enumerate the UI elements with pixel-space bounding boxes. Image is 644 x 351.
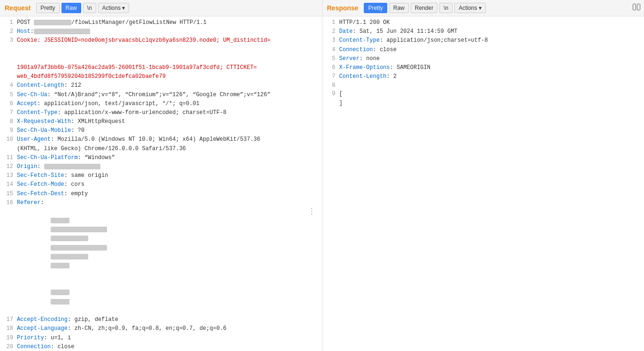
request-line-5: 5 Sec-Ch-Ua: “Not/A)Brand”;v=“8”, “Chrom… xyxy=(3,91,319,99)
blurred-referer-1 xyxy=(51,218,69,223)
response-raw-btn[interactable]: Raw xyxy=(389,3,409,13)
response-actions-btn[interactable]: Actions ▾ xyxy=(454,3,485,13)
request-line-13: 13 Sec-Fetch-Site: same origin xyxy=(3,171,319,180)
response-content: 1 HTTP/1.1 200 OK 2 Date: Sat, 15 Jun 20… xyxy=(322,16,644,351)
request-line-2: 2 Host: xyxy=(3,27,319,36)
response-panel: Response Pretty Raw Render \n Actions ▾ … xyxy=(322,0,644,351)
request-line-10: 10 User-Agent: Mozilla/5.0 (Windows NT 1… xyxy=(3,135,319,144)
request-line-12: 12 Origin: xyxy=(3,162,319,171)
response-line-2: 2 Date: Sat, 15 Jun 2024 11:14:59 GMT xyxy=(325,27,642,36)
request-line-15: 15 Sec-Fetch-Dest: empty xyxy=(3,190,319,198)
request-line-4: 4 Content-Length: 212 xyxy=(3,81,319,90)
blurred-host-2 xyxy=(34,29,90,34)
chevron-down-icon: ▾ xyxy=(122,5,125,11)
request-actions-btn[interactable]: Actions ▾ xyxy=(98,3,129,13)
request-line-7: 7 Content-Type: application/x-www-form-u… xyxy=(3,108,319,117)
request-line-10b: (KHTML, like Gecko) Chrome/126.0.0.0 Saf… xyxy=(3,145,319,153)
response-line-6: 6 X-Frame-Options: SAMEORIGIN xyxy=(325,63,642,72)
request-title: Request xyxy=(5,3,34,13)
response-actions-label: Actions xyxy=(459,5,477,11)
response-line-5: 5 Server: none xyxy=(325,54,642,63)
response-line-4: 4 Connection: close xyxy=(325,46,642,54)
request-line-16b: ⋮ xyxy=(3,207,319,280)
request-pretty-btn[interactable]: Pretty xyxy=(36,3,59,13)
response-line-1: 1 HTTP/1.1 200 OK xyxy=(325,18,642,27)
blurred-referer-3 xyxy=(51,236,88,241)
response-render-btn[interactable]: Render xyxy=(411,3,437,13)
blurred-referer-6 xyxy=(51,263,69,268)
request-line-16c xyxy=(3,279,319,315)
request-line-3b: 1901a97af3bb6b-075a426ac2da95-26001f51-1… xyxy=(3,63,319,72)
svg-rect-1 xyxy=(637,4,640,10)
layout-icon[interactable] xyxy=(633,4,640,12)
response-line-10: ] xyxy=(325,99,642,108)
response-pretty-btn[interactable]: Pretty xyxy=(364,3,387,13)
request-line-11: 11 Sec-Ch-Ua-Platform: “Windows” xyxy=(3,153,319,162)
request-content: 1 POST /flowListManager/getFlowListNew H… xyxy=(0,16,322,351)
response-header: Response Pretty Raw Render \n Actions ▾ xyxy=(322,0,644,16)
response-n-btn[interactable]: \n xyxy=(439,3,452,13)
request-line-3: 3 Cookie: JSESSIONID=node0omjsbrvaacsbLc… xyxy=(3,36,319,63)
response-line-3: 3 Content-Type: application/json;charset… xyxy=(325,36,642,45)
response-line-8: 8 xyxy=(325,81,642,90)
response-line-7: 7 Content-Length: 2 xyxy=(325,72,642,81)
response-chevron-down-icon: ▾ xyxy=(479,5,482,11)
blurred-referer-2 xyxy=(51,227,107,232)
request-raw-btn[interactable]: Raw xyxy=(61,3,81,13)
request-line-20: 20 Connection: close xyxy=(3,343,319,351)
blurred-referer-8 xyxy=(51,299,69,305)
request-line-19: 19 Priority: u=1, i xyxy=(3,334,319,343)
request-n-btn[interactable]: \n xyxy=(83,3,96,13)
context-menu-dots[interactable]: ⋮ xyxy=(308,208,315,216)
request-header: Request Pretty Raw \n Actions ▾ xyxy=(0,0,322,16)
actions-label: Actions xyxy=(102,5,121,11)
request-line-3c: web_4bdfd8f57959204b185299f0c1defca02bae… xyxy=(3,72,319,81)
request-line-8: 8 X-Requested-With: XMLHttpRequest xyxy=(3,117,319,126)
request-line-17: 17 Accept-Encoding: gzip, deflate xyxy=(3,315,319,324)
request-line-1: 1 POST /flowListManager/getFlowListNew H… xyxy=(3,18,319,27)
request-line-14: 14 Sec-Fetch-Mode: cors xyxy=(3,180,319,189)
blurred-host-1 xyxy=(34,20,71,25)
response-title: Response xyxy=(327,3,362,13)
request-panel: Request Pretty Raw \n Actions ▾ 1 POST /… xyxy=(0,0,322,351)
blurred-referer-4 xyxy=(51,245,107,251)
blurred-referer-7 xyxy=(51,290,69,295)
blurred-referer-5 xyxy=(51,254,88,259)
response-line-9: 9 [ xyxy=(325,90,642,99)
request-line-16: 16 Referer: xyxy=(3,198,319,207)
request-line-18: 18 Accept-Language: zh-CN, zh;q=0.9, fa;… xyxy=(3,324,319,333)
request-line-6: 6 Accept: application/json, text/javascr… xyxy=(3,99,319,108)
request-line-9: 9 Sec-Ch-Ua-Mobile: ?0 xyxy=(3,126,319,135)
svg-rect-0 xyxy=(633,4,636,10)
blurred-origin xyxy=(44,164,100,169)
